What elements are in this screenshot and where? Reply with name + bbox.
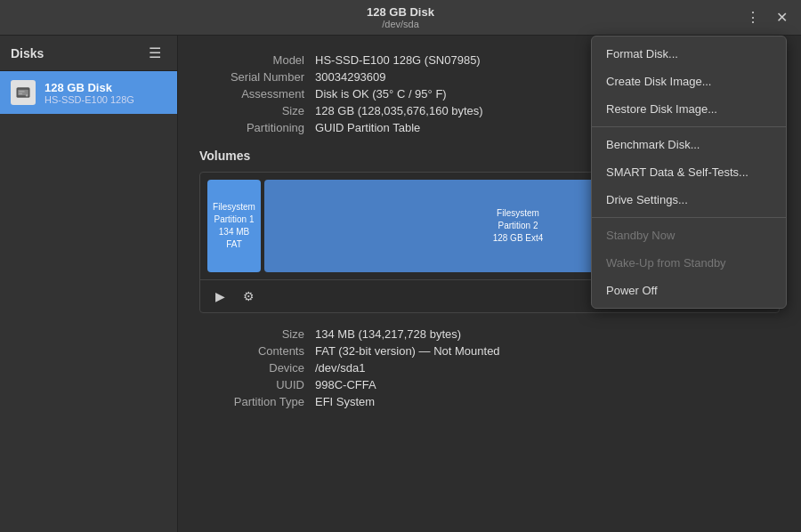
uuid-label: UUID [199, 378, 315, 391]
sidebar-header: Disks ☰ [0, 36, 177, 71]
assessment-value: Disk is OK (35° C / 95° F) [315, 87, 447, 101]
type-row: Partition Type EFI System [199, 395, 780, 408]
sub-title: /dev/sda [367, 19, 434, 29]
menu-divider-separator1 [592, 126, 786, 127]
settings-button[interactable]: ⚙ [236, 284, 261, 309]
sidebar: Disks ☰ 128 GB Disk HS-SSD-E100 128G [0, 36, 178, 532]
serial-value: 30034293609 [315, 70, 386, 84]
disk-icon [11, 80, 36, 105]
menu-item-benchmark[interactable]: Benchmark Disk... [592, 131, 786, 158]
svg-rect-4 [19, 93, 22, 94]
titlebar-title: 128 GB Disk /dev/sda [367, 5, 434, 29]
contents-value: FAT (32-bit version) — Not Mounted [315, 344, 500, 358]
model-label: Model [199, 53, 315, 67]
uuid-row: UUID 998C-CFFA [199, 378, 780, 391]
close-button[interactable]: ✕ [769, 5, 794, 30]
sidebar-menu-button[interactable]: ☰ [143, 43, 166, 63]
menu-item-smart[interactable]: SMART Data & Self-Tests... [592, 158, 786, 186]
size-label: Size [199, 104, 315, 117]
sidebar-title: Disks [11, 46, 44, 60]
disk-list-item[interactable]: 128 GB Disk HS-SSD-E100 128G [0, 71, 177, 114]
disk-name: 128 GB Disk [44, 81, 134, 94]
svg-point-2 [26, 94, 28, 97]
partition-1-label: Filesystem Partition 1 134 MB FAT [211, 201, 257, 251]
partition-details: Size 134 MB (134,217,728 bytes) Contents… [199, 327, 780, 408]
menu-item-drive-settings[interactable]: Drive Settings... [592, 186, 786, 214]
device-label: Device [199, 361, 315, 375]
menu-item-restore-image[interactable]: Restore Disk Image... [592, 95, 786, 123]
partition-2-label: Filesystem Partition 2 128 GB Ext4 [493, 207, 544, 245]
play-button[interactable]: ▶ [207, 284, 232, 309]
model-value: HS-SSD-E100 128G (SN07985) [315, 53, 481, 67]
dropdown-menu: Format Disk...Create Disk Image...Restor… [591, 36, 787, 309]
disk-info: 128 GB Disk HS-SSD-E100 128G [44, 81, 134, 105]
menu-divider-separator2 [592, 217, 786, 218]
uuid-value: 998C-CFFA [315, 378, 376, 391]
titlebar-actions: ⋮ ✕ [740, 5, 794, 30]
device-row: Device /dev/sda1 [199, 361, 780, 375]
menu-item-standby: Standby Now [592, 222, 786, 249]
disk-model: HS-SSD-E100 128G [44, 94, 134, 105]
type-label: Partition Type [199, 395, 315, 408]
main-title: 128 GB Disk [367, 5, 434, 19]
part-size-row: Size 134 MB (134,217,728 bytes) [199, 327, 780, 341]
partition-1-block[interactable]: Filesystem Partition 1 134 MB FAT [207, 180, 261, 272]
menu-item-wakeup: Wake-Up from Standby [592, 249, 786, 277]
part-size-value: 134 MB (134,217,728 bytes) [315, 327, 461, 341]
serial-label: Serial Number [199, 70, 315, 84]
menu-button[interactable]: ⋮ [740, 5, 765, 30]
svg-rect-3 [19, 91, 25, 92]
partitioning-label: Partitioning [199, 121, 315, 134]
size-value: 128 GB (128,035,676,160 bytes) [315, 104, 483, 117]
part-size-label: Size [199, 327, 315, 341]
assessment-label: Assessment [199, 87, 315, 101]
contents-row: Contents FAT (32-bit version) — Not Moun… [199, 344, 780, 358]
titlebar: 128 GB Disk /dev/sda ⋮ ✕ [0, 0, 801, 36]
device-value: /dev/sda1 [315, 361, 365, 375]
type-value: EFI System [315, 395, 375, 408]
menu-item-format-disk[interactable]: Format Disk... [592, 40, 786, 68]
contents-label: Contents [199, 344, 315, 358]
menu-item-create-image[interactable]: Create Disk Image... [592, 68, 786, 95]
partitioning-value: GUID Partition Table [315, 121, 420, 134]
menu-item-power-off[interactable]: Power Off [592, 277, 786, 304]
